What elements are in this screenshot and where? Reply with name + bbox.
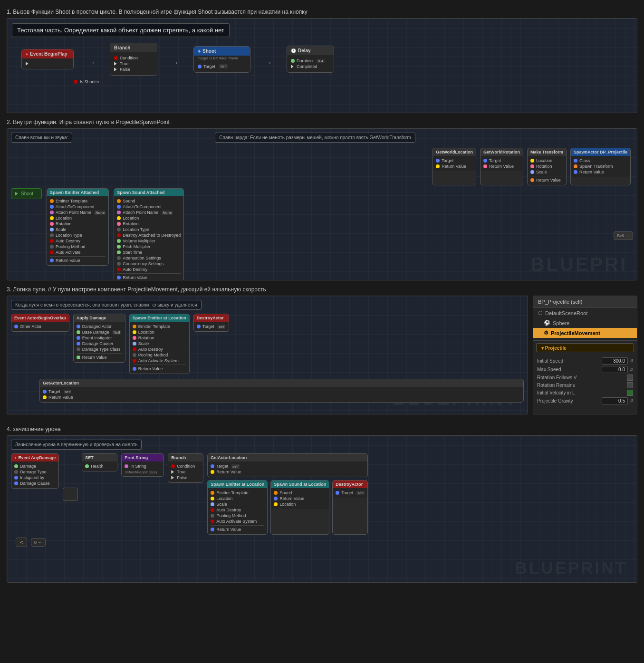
pin-icon [85, 464, 89, 468]
pin-exec-icon [291, 65, 295, 68]
pin-icon [274, 497, 278, 500]
node-print-string[interactable]: Print String In String defaultmappings(v… [121, 453, 164, 477]
node-get-actor-loc[interactable]: GetActorLocation Targetself Return Value [39, 379, 524, 403]
pin-icon [14, 464, 18, 468]
reset-icon-initial[interactable]: ↺ [629, 358, 633, 364]
pin-icon [117, 276, 121, 279]
pin-return: Return Value [436, 164, 473, 169]
pin-location: Location [50, 216, 106, 221]
pin-target: Targetself [43, 389, 520, 394]
node-event-anydamage[interactable]: ♦Event AnyDamage Damage Damage Type Inst… [11, 453, 59, 489]
pin-return: Return Value [483, 164, 520, 169]
pin-return: Return Value [211, 470, 365, 474]
node-destroy-actor[interactable]: DestroyActor Targetself [193, 314, 229, 332]
value-node-0[interactable]: 0 ← [31, 538, 46, 547]
pin-return: Return Value [77, 355, 122, 360]
pin-pooling: Pooling Method [133, 353, 186, 357]
checkbox-init-vel[interactable] [627, 390, 633, 396]
tree-item-root[interactable]: ⬡ DefaultSceneRoot [533, 308, 637, 318]
props-area: Initial Speed 300.0 ↺ Max Speed 0.0 ↺ Ro… [533, 352, 637, 410]
section3-wrapper: BLUEPRINT Когда пуля с кем-то пересекает… [7, 296, 637, 420]
pin-icon [117, 205, 121, 209]
pin-sound: Sound [274, 490, 326, 495]
checkbox-rot-follows[interactable] [627, 375, 633, 381]
prop-rot-remains: Rotation Remains [537, 382, 633, 388]
node-header: ◈ Shoot [194, 47, 250, 56]
prop-rot-follows: Rotation Follows V [537, 375, 633, 381]
checkbox-rot-remains[interactable] [627, 382, 633, 388]
tree-item-sphere[interactable]: ⚽ Sphere [533, 318, 637, 328]
self-node: Self → [614, 231, 633, 240]
node-title: Event BeginPlay [30, 51, 67, 57]
pin-atten: Attenuation Settings [117, 256, 181, 260]
tree-item-projectile[interactable]: ⚙ ProjectileMovement [533, 328, 637, 338]
pin-damage-cause: Damage Cause [14, 481, 56, 486]
node-spawn-emitter-loc[interactable]: Spawn Emitter at Location Emitter Templa… [129, 314, 190, 374]
prop-projectile-gravity: Projectile Gravity 0.5 ↺ [537, 397, 633, 404]
pin-target: Targetself [211, 464, 365, 469]
pin-icon [211, 519, 214, 523]
pin-autoact: Auto Activate [50, 250, 106, 255]
reset-icon-gravity[interactable]: ↺ [629, 398, 633, 404]
pin-other: Other Actor [14, 324, 66, 329]
section1-label: 1. Вызов Функции Shoot в простом цикле. … [7, 9, 637, 15]
reset-icon-max[interactable]: ↺ [629, 367, 633, 372]
pin-return: Return Value [574, 170, 627, 174]
section4-canvas: BLUEPRINT Зачисление урона в переменную … [7, 435, 637, 583]
pin-icon [530, 164, 534, 168]
pin-icon [274, 491, 278, 495]
node-destroy-4[interactable]: DestroyActor Targetself [332, 480, 368, 535]
pin-icon [530, 178, 534, 182]
compare-node[interactable]: ≤ [16, 538, 27, 547]
node-getworldloc[interactable]: GetWorldLocation Target Return Value [433, 148, 476, 185]
pin-sound: Sound [117, 199, 181, 203]
pin-icon [211, 470, 214, 474]
node-getworldrot[interactable]: GetWorldRotation Target Return Value [480, 148, 523, 185]
pin-icon [117, 239, 121, 243]
node-get-actor-loc-4[interactable]: GetActorLocation Targetself Return Value [207, 453, 368, 477]
node-branch-4[interactable]: Branch Condition True False [168, 453, 203, 483]
pin-poolmethod: Pooling Method [50, 244, 106, 249]
pin-icon [211, 502, 214, 506]
pin-icon [133, 342, 136, 346]
pin-icon [50, 233, 54, 237]
node-event-begin-play[interactable]: ♦ Event BeginPlay [21, 49, 74, 69]
pin-target: Target [483, 158, 520, 163]
pin-false: False [171, 475, 200, 480]
pin-template: Emitter Template [211, 490, 264, 495]
pin-return: Return Value [43, 395, 520, 400]
pin-icon [14, 476, 18, 480]
shoot-entry-node[interactable]: Shoot [11, 188, 42, 199]
node-spawn-sound-attached[interactable]: Spawn Sound Attached Sound AttachToCompo… [114, 188, 184, 280]
pin-pooling: Pooling Method [211, 513, 264, 518]
node-title: Delay [298, 48, 311, 53]
shoot-label: Shoot [21, 191, 33, 196]
pin-location: Location [530, 158, 563, 163]
node-spawn-emitter-attached[interactable]: Spawn Emitter Attached Emitter Template … [47, 188, 109, 266]
pin-scale: Scale [133, 341, 186, 346]
node-shoot[interactable]: ◈ Shoot Target is BP Alien Pawn Target s… [193, 46, 250, 73]
node-spawn-actor[interactable]: SpawnActor BP_Projectile Class Spawn Tra… [570, 148, 631, 185]
comment1: Спавн вспышки и звука: [11, 133, 72, 143]
pin-emitter: Emitter Template [50, 199, 106, 203]
pin-icon [50, 239, 54, 243]
node-apply-damage[interactable]: Apply Damage Damaged Actor Base DamageNu… [73, 314, 125, 363]
section4-comment: Зачисление урона в переменную и проверка… [11, 440, 142, 450]
subtract-node[interactable]: — [63, 488, 78, 501]
node-branch[interactable]: Branch Condition True Fals [110, 43, 157, 76]
tree-item-label: ProjectileMovement [551, 330, 600, 336]
node-set[interactable]: SET Health [82, 453, 117, 471]
pin-vol: Volume Multiplier [117, 239, 181, 243]
node-spawn-emitter-4[interactable]: Spawn Emitter at Location Emitter Templa… [207, 480, 268, 535]
pin-icon [77, 330, 80, 334]
pin-location: Location [133, 330, 186, 335]
pin-icon [436, 159, 440, 163]
node-make-transform[interactable]: Make Transform Location Rotation Scale R… [527, 148, 567, 185]
pin-exec-out [26, 62, 69, 66]
node-delay[interactable]: 🕐 Delay Duration 0.4 Completed [287, 46, 334, 73]
node-spawn-sound-4[interactable]: Spawn Sound at Location Sound Return Val… [270, 480, 329, 535]
props-section-header: ▾ Projectile [536, 343, 634, 352]
node-event-overlap[interactable]: Event ActorBeginOverlap Other Actor [11, 314, 69, 332]
pin-autoact: Auto Activate System [133, 358, 186, 363]
pin-icon [211, 514, 214, 518]
